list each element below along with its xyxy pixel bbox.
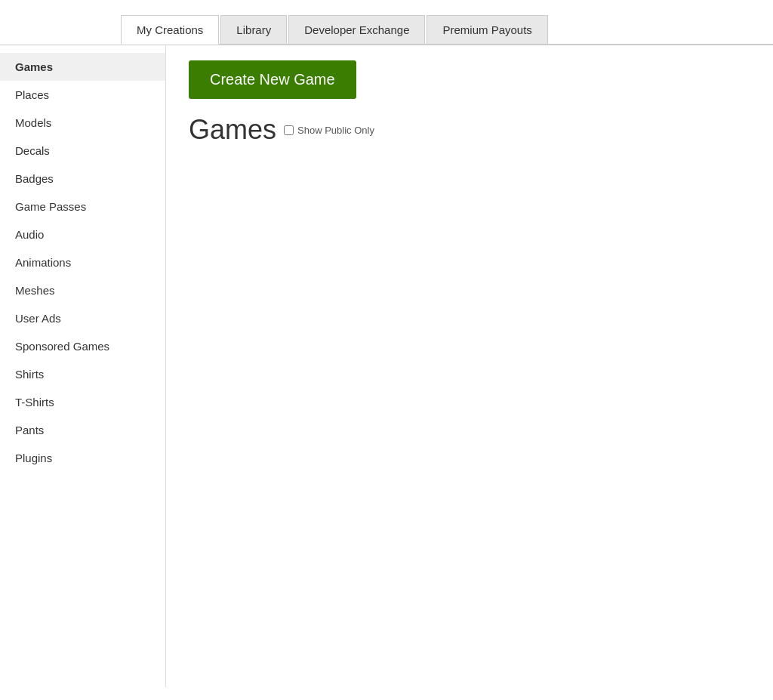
sidebar: Games Places Models Decals Badges Game P… [0,45,166,687]
main-content: Games Places Models Decals Badges Game P… [0,45,773,687]
section-title: Games [189,114,276,146]
sidebar-item-sponsored-games[interactable]: Sponsored Games [0,332,165,360]
sidebar-item-places[interactable]: Places [0,81,165,109]
sidebar-item-shirts[interactable]: Shirts [0,360,165,388]
page-container: My Creations Library Developer Exchange … [0,0,773,687]
sidebar-item-decals[interactable]: Decals [0,137,165,165]
show-public-label[interactable]: Show Public Only [297,125,374,136]
tab-my-creations[interactable]: My Creations [121,15,219,45]
content-area: Create New Game Games Show Public Only [166,45,773,687]
tab-developer-exchange[interactable]: Developer Exchange [288,15,425,44]
show-public-container: Show Public Only [284,125,374,136]
tabs-container: My Creations Library Developer Exchange … [121,15,773,45]
create-new-game-button[interactable]: Create New Game [189,60,356,99]
show-public-checkbox[interactable] [284,125,294,135]
sidebar-item-tshirts[interactable]: T-Shirts [0,388,165,416]
sidebar-item-game-passes[interactable]: Game Passes [0,193,165,220]
sidebar-item-plugins[interactable]: Plugins [0,444,165,472]
sidebar-item-models[interactable]: Models [0,109,165,137]
sidebar-item-animations[interactable]: Animations [0,248,165,276]
tab-library[interactable]: Library [220,15,287,44]
sidebar-item-user-ads[interactable]: User Ads [0,304,165,332]
sidebar-item-audio[interactable]: Audio [0,220,165,248]
sidebar-item-pants[interactable]: Pants [0,416,165,444]
tab-premium-payouts[interactable]: Premium Payouts [427,15,547,44]
sidebar-item-badges[interactable]: Badges [0,165,165,193]
sidebar-item-games[interactable]: Games [0,53,165,81]
title-row: Games Show Public Only [189,114,750,146]
sidebar-item-meshes[interactable]: Meshes [0,276,165,304]
